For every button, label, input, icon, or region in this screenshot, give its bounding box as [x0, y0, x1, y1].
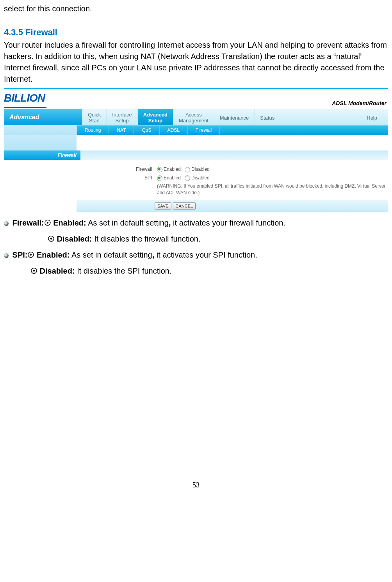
tab-line2: Setup — [112, 118, 132, 124]
bullet-icon — [4, 253, 9, 258]
spacer-row — [4, 135, 388, 150]
main-nav: Advanced Quick Start Interface Setup Adv… — [4, 109, 388, 125]
tab-line1: Interface — [112, 112, 132, 118]
desc-text: As set in default setting — [86, 218, 169, 227]
tab-advanced-setup[interactable]: Advanced Setup — [138, 109, 173, 125]
spi-label: SPI : — [77, 175, 157, 181]
desc-firewall-enabled: Firewall:☉ Enabled: As set in default se… — [4, 217, 388, 229]
tab-line1: Maintenance — [220, 115, 249, 121]
desc-spi-enabled: SPI:☉ Enabled: As set in default setting… — [4, 249, 388, 261]
tab-line2: Start — [88, 118, 101, 124]
screenshot-header: BILLION ADSL Modem/Router — [4, 89, 388, 109]
subnav-qos[interactable]: QoS — [134, 125, 159, 135]
radio-icon — [185, 167, 190, 172]
tab-access-management[interactable]: Access Management — [173, 109, 214, 125]
target-icon: ☉ — [44, 218, 53, 227]
radio-icon — [157, 167, 162, 172]
section-heading: 4.3.5 Firewall — [4, 26, 388, 39]
radio-label: Enabled — [164, 175, 181, 181]
desc-text: As set in default setting — [69, 251, 152, 259]
spi-enabled-radio[interactable]: Enabled — [157, 175, 181, 181]
logo: BILLION — [4, 90, 46, 108]
cancel-button[interactable]: CANCEL — [173, 202, 196, 210]
tab-line1: Access — [179, 112, 208, 118]
section-body: Your router includes a firewall for cont… — [4, 39, 388, 85]
intro-fragment: select for this connection. — [4, 3, 388, 14]
page-number: 53 — [4, 480, 388, 490]
tab-line1: Quick — [88, 112, 101, 118]
sub-nav: Routing NAT QoS ADSL Firewall — [4, 125, 388, 135]
desc-disabled-label: Disabled: — [57, 235, 92, 243]
desc-spi-label: SPI: — [12, 251, 28, 259]
target-icon: ☉ — [30, 267, 40, 275]
subnav-strip: Routing NAT QoS ADSL Firewall — [77, 125, 388, 135]
desc-text-tail: it activates your firewall function. — [171, 218, 285, 227]
panel-heading-row: Firewall — [4, 150, 388, 160]
subnav-routing[interactable]: Routing — [77, 125, 109, 135]
desc-text-tail: it activates your SPI function. — [154, 251, 257, 259]
spacer-gutter — [4, 135, 77, 150]
firewall-disabled-radio[interactable]: Disabled — [185, 166, 210, 173]
tab-maintenance[interactable]: Maintenance — [214, 109, 255, 125]
firewall-enabled-radio[interactable]: Enabled — [157, 166, 181, 173]
radio-label: Enabled — [164, 166, 181, 173]
desc-firewall-disabled: ☉ Disabled: It disables the firewall fun… — [48, 233, 388, 245]
form-gutter — [4, 166, 77, 196]
button-bar-gutter — [4, 200, 77, 212]
tab-help[interactable]: Help — [361, 109, 388, 125]
logo-text: BILLION — [4, 90, 46, 108]
spi-disabled-radio[interactable]: Disabled — [185, 175, 210, 181]
router-ui-screenshot: BILLION ADSL Modem/Router Advanced Quick… — [4, 88, 388, 213]
tab-line2: Management — [179, 118, 208, 124]
desc-enabled-label: Enabled: — [37, 251, 69, 259]
subnav-gutter — [4, 125, 77, 135]
desc-enabled-label: Enabled: — [53, 218, 86, 227]
desc-firewall-label: Firewall: — [12, 218, 44, 227]
section-number: 4.3.5 — [4, 27, 23, 37]
subnav-adsl[interactable]: ADSL — [160, 125, 188, 135]
panel-heading-fill — [80, 150, 388, 160]
tab-quick-start[interactable]: Quick Start — [82, 109, 107, 125]
tab-line1: Advanced — [143, 112, 167, 118]
radio-icon — [157, 175, 162, 181]
save-button[interactable]: SAVE — [155, 202, 171, 210]
subnav-nat[interactable]: NAT — [109, 125, 134, 135]
target-icon: ☉ — [48, 235, 57, 243]
product-name: ADSL Modem/Router — [332, 99, 387, 108]
firewall-label: Firewall : — [77, 166, 157, 173]
tab-line2: Setup — [143, 118, 167, 124]
firewall-row: Firewall : Enabled Disabled — [77, 166, 388, 173]
desc-text: It disables the SPI function. — [75, 267, 172, 275]
spi-row: SPI : Enabled Disabled — [77, 175, 388, 181]
subnav-firewall[interactable]: Firewall — [188, 125, 220, 135]
desc-text: It disables the firewall function. — [92, 235, 201, 243]
radio-label: Disabled — [191, 175, 210, 181]
nav-category: Advanced — [4, 109, 82, 125]
panel-heading: Firewall — [4, 150, 80, 160]
desc-disabled-label: Disabled: — [40, 267, 75, 275]
button-bar-content: SAVE CANCEL — [77, 200, 388, 212]
spi-warning: (WARNING: If You enabled SPI, all traffi… — [155, 183, 388, 196]
button-bar: SAVE CANCEL — [4, 200, 388, 212]
desc-spi-disabled: ☉ Disabled: It disables the SPI function… — [30, 265, 388, 277]
bullet-icon — [4, 221, 9, 226]
tab-line1: Status — [260, 115, 274, 121]
tab-interface-setup[interactable]: Interface Setup — [107, 109, 138, 125]
form-area: Firewall : Enabled Disabled SPI : Enable… — [4, 160, 388, 200]
tab-status[interactable]: Status — [255, 109, 280, 125]
form-content: Firewall : Enabled Disabled SPI : Enable… — [77, 166, 388, 196]
target-icon: ☉ — [27, 251, 37, 259]
section-title: Firewall — [25, 27, 57, 37]
radio-icon — [185, 175, 190, 181]
radio-label: Disabled — [191, 166, 210, 173]
tab-line1: Help — [367, 115, 377, 121]
